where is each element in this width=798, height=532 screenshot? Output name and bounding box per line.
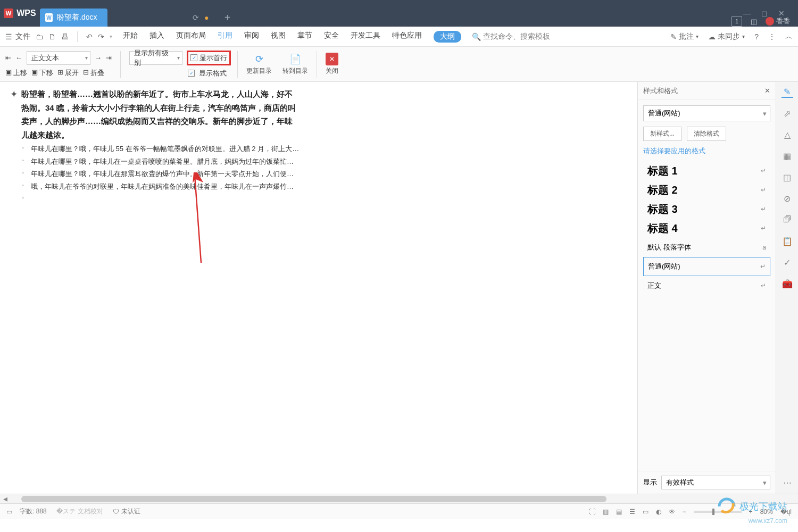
outline-line: ▫哦，年味儿在爷爷的对联里，年味儿在妈妈准备的美味佳肴里，年味儿在一声声爆竹… <box>20 181 627 192</box>
collapse-ribbon-icon[interactable]: ︿ <box>785 32 793 41</box>
style-list: 标题 1↵ 标题 2↵ 标题 3↵ 标题 4↵ 默认 段落字体a 普通(网站)↵… <box>643 161 770 295</box>
print-icon[interactable]: 🖶 <box>61 32 69 41</box>
zoom-out-icon[interactable]: − <box>683 508 686 516</box>
rail-table-icon[interactable]: ▦ <box>782 150 793 162</box>
tab-security[interactable]: 安全 <box>324 31 339 43</box>
tab-outline[interactable]: 大纲 <box>434 31 461 43</box>
promote-icon[interactable]: ⇤ <box>5 54 11 62</box>
move-up-button[interactable]: ▣上移 <box>5 68 27 78</box>
clear-format-button[interactable]: 清除格式 <box>687 127 726 141</box>
redo-icon[interactable]: ↷ <box>98 32 104 41</box>
close-outline-button[interactable]: ✕ 关闭 <box>320 53 344 76</box>
page-indicator-icon[interactable]: ▭ <box>6 508 12 516</box>
rail-clipboard-icon[interactable]: 📋 <box>782 235 793 247</box>
style-body[interactable]: 正文↵ <box>643 276 770 295</box>
sync-button[interactable]: ☁未同步▾ <box>708 32 745 41</box>
show-level-dropdown[interactable]: 显示所有级别 <box>129 51 182 65</box>
tab-view[interactable]: 视图 <box>271 31 286 43</box>
user-avatar-icon[interactable]: 香香 <box>766 16 790 26</box>
rail-backup-icon[interactable]: 🗊 <box>782 214 793 226</box>
tab-layout[interactable]: 页面布局 <box>176 31 206 43</box>
tab-chapter[interactable]: 章节 <box>297 31 312 43</box>
panel-close-icon[interactable]: ✕ <box>764 87 770 95</box>
expand-button[interactable]: ⊞展开 <box>57 68 79 78</box>
tab-insert[interactable]: 插入 <box>149 31 164 43</box>
ribbon-tabs: 开始 插入 页面布局 引用 审阅 视图 章节 安全 开发工具 特色应用 大纲 <box>123 31 461 43</box>
print-preview-icon[interactable]: 🗋 <box>48 32 56 41</box>
focus-icon[interactable]: ◐ <box>656 508 661 516</box>
view-outline-icon[interactable]: ☰ <box>629 508 635 516</box>
style-heading1[interactable]: 标题 1↵ <box>643 161 770 180</box>
style-heading3[interactable]: 标题 3↵ <box>643 200 770 219</box>
view-fullwidth-icon[interactable]: ⛶ <box>589 508 595 516</box>
style-heading2[interactable]: 标题 2↵ <box>643 180 770 200</box>
document-tab-label: 盼望着.docx <box>57 13 97 22</box>
show-format-checkbox[interactable]: ✓ <box>188 70 195 77</box>
wps-label: WPS <box>16 9 36 18</box>
notif-badge[interactable]: 1 <box>732 16 742 27</box>
undo-icon[interactable]: ↶ <box>86 32 93 41</box>
outline-bullet-icon: ✦ <box>11 87 16 142</box>
style-normal-web[interactable]: 普通(网站)↵ <box>643 257 770 276</box>
file-menu[interactable]: 文件 <box>15 32 30 41</box>
style-default-font[interactable]: 默认 段落字体a <box>643 238 770 257</box>
eye-icon[interactable]: 👁 <box>669 508 675 516</box>
view-print-icon[interactable]: ▥ <box>603 508 609 516</box>
rail-shapes-icon[interactable]: △ <box>782 129 793 140</box>
view-web-icon[interactable]: ▤ <box>616 508 622 516</box>
proofing-button[interactable]: �ステ文档校对 <box>56 507 103 516</box>
tab-special[interactable]: 特色应用 <box>392 31 422 43</box>
rail-styles-icon[interactable]: ✎ <box>782 86 793 98</box>
save-icon[interactable]: 🗀 <box>36 32 43 41</box>
more-icon[interactable]: ⋮ <box>768 32 776 41</box>
demote-one-icon[interactable]: → <box>95 54 102 62</box>
show-first-line-highlight: ✓ 显示首行 <box>187 51 231 65</box>
show-first-checkbox[interactable]: ✓ <box>190 54 197 61</box>
skin-icon[interactable]: ◫ <box>751 18 757 26</box>
help-icon[interactable]: ? <box>754 32 759 41</box>
add-tab-button[interactable]: + <box>219 10 235 26</box>
move-down-button[interactable]: ▣下移 <box>31 68 53 78</box>
command-search[interactable]: 🔍 查找命令、搜索模板 <box>472 32 550 41</box>
view-read-icon[interactable]: ▭ <box>643 508 649 516</box>
svg-point-4 <box>766 17 774 26</box>
update-toc-button[interactable]: ⟳ 更新目录 <box>241 53 277 76</box>
tab-sync-icon[interactable]: ⟳ <box>193 13 199 22</box>
search-icon: 🔍 <box>472 32 481 41</box>
panel-hint: 请选择要应用的格式 <box>643 146 770 156</box>
rail-stats-icon[interactable]: ◫ <box>782 171 793 183</box>
goto-toc-icon: 📄 <box>289 53 302 65</box>
scroll-thumb[interactable] <box>21 496 606 502</box>
document-canvas[interactable]: ✦ 盼望着，盼望着……翘首以盼的新年近了。街市上车水马龙，人山人海，好不热闹。3… <box>0 82 637 494</box>
tab-review[interactable]: 审阅 <box>244 31 259 43</box>
collapse-button[interactable]: ⊟折叠 <box>83 68 104 78</box>
new-style-button[interactable]: 新样式... <box>643 127 681 141</box>
rail-more-icon[interactable]: ⋯ <box>782 477 793 488</box>
tab-devtools[interactable]: 开发工具 <box>351 31 380 43</box>
rail-limit-icon[interactable]: ⊘ <box>782 193 793 204</box>
rail-check-icon[interactable]: ✓ <box>782 256 793 268</box>
demote-icon[interactable]: ⇥ <box>106 54 112 62</box>
current-style-dropdown[interactable]: 普通(网站) <box>643 105 770 121</box>
show-format-label: 显示格式 <box>199 69 227 78</box>
wps-logo[interactable]: W WPS <box>0 0 40 27</box>
update-toc-icon: ⟳ <box>253 53 265 65</box>
document-tab[interactable]: W 盼望着.docx <box>40 9 107 27</box>
body-style-dropdown[interactable]: 正文文本 <box>27 51 90 65</box>
promote-one-icon[interactable]: ← <box>15 54 22 62</box>
statusbar: ▭ 字数: 888 �ステ文档校对 🛡未认证 ⛶ ▥ ▤ ☰ ▭ ◐ 👁 − +… <box>0 503 798 519</box>
h-scrollbar[interactable]: ◂ <box>0 494 798 503</box>
cert-button[interactable]: 🛡未认证 <box>113 507 140 516</box>
show-filter-dropdown[interactable]: 有效样式 <box>661 476 770 489</box>
rail-select-icon[interactable]: ⬀ <box>782 107 793 119</box>
wordcount[interactable]: 字数: 888 <box>20 507 47 516</box>
styles-panel: 样式和格式 ✕ 普通(网站) 新样式... 清除格式 请选择要应用的格式 标题 … <box>637 82 776 494</box>
annotate-button[interactable]: ✎批注▾ <box>670 32 699 41</box>
tab-start[interactable]: 开始 <box>123 31 138 43</box>
tab-reference[interactable]: 引用 <box>218 31 232 43</box>
style-heading4[interactable]: 标题 4↵ <box>643 219 770 238</box>
goto-toc-button[interactable]: 📄 转到目录 <box>277 53 313 76</box>
rail-toolbox-icon[interactable]: 🧰 <box>782 278 793 289</box>
hamburger-icon[interactable]: ☰ <box>5 32 12 41</box>
scroll-left-icon[interactable]: ◂ <box>0 494 11 504</box>
